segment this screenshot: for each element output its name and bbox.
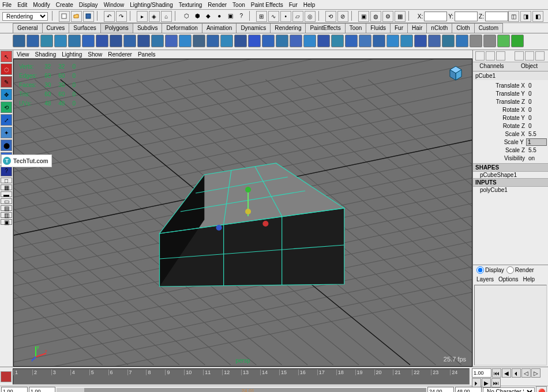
menu-create[interactable]: Create <box>56 2 73 8</box>
mask-icon[interactable]: ▣ <box>226 11 235 21</box>
menu-painteffects[interactable]: Paint Effects <box>251 2 283 8</box>
layout-two-h[interactable]: ▬ <box>1 191 12 197</box>
menu-lighting[interactable]: Lighting/Shading <box>130 2 173 8</box>
range-thumb[interactable] <box>57 388 84 392</box>
attr-row[interactable]: Translate X0 <box>474 81 547 89</box>
shelf-button-8[interactable] <box>123 35 136 47</box>
main-menu[interactable]: File Edit Modify Create Display Window L… <box>0 0 548 10</box>
channel-icon[interactable] <box>515 51 524 61</box>
save-icon[interactable] <box>83 11 94 22</box>
display-radio[interactable]: Display <box>476 266 504 274</box>
shelf-button-26[interactable] <box>373 35 385 47</box>
attr-row[interactable]: Visibilityon <box>474 154 547 162</box>
panel-view[interactable]: View <box>17 51 29 58</box>
shelf-button-7[interactable] <box>110 35 122 47</box>
shelf-button-16[interactable] <box>234 35 247 47</box>
shelf-button-0[interactable] <box>13 35 25 47</box>
attr-value[interactable]: on <box>527 155 547 161</box>
coord-x-input[interactable] <box>424 12 447 21</box>
shelf-button-4[interactable] <box>68 35 81 47</box>
tab-toon[interactable]: Toon <box>345 23 367 33</box>
range-end-inner[interactable] <box>427 387 454 392</box>
attr-value[interactable]: 1 <box>526 138 547 146</box>
channel-icon[interactable] <box>535 51 545 61</box>
time-start-inner[interactable] <box>472 368 491 378</box>
mask-icon[interactable]: ⬡ <box>182 11 192 21</box>
attr-value[interactable]: 0 <box>527 99 547 105</box>
shelf-button-32[interactable] <box>456 35 468 47</box>
shelf-button-2[interactable] <box>40 35 53 47</box>
layout-icon[interactable]: ◧ <box>532 11 543 22</box>
play-fwd-icon[interactable]: ▷ <box>531 368 541 378</box>
snap-plane-icon[interactable]: ▱ <box>292 11 303 22</box>
shelf-button-10[interactable] <box>151 35 164 47</box>
shelf-button-33[interactable] <box>470 35 482 47</box>
layers-help[interactable]: Help <box>523 276 535 282</box>
shelf-tabs[interactable]: General Curves Surfaces Polygons Subdivs… <box>0 23 548 33</box>
play-end-icon[interactable]: ⏭ <box>491 378 501 387</box>
layout-icon[interactable]: ◫ <box>508 11 519 22</box>
range-track[interactable]: 24.01 <box>57 388 426 392</box>
attr-value[interactable]: 0 <box>527 82 547 89</box>
channel-icon[interactable] <box>486 51 495 61</box>
sel-component-icon[interactable]: ◈ <box>149 11 160 22</box>
channels-tab[interactable]: Channels <box>473 62 511 71</box>
history-off-icon[interactable]: ⊘ <box>337 11 348 22</box>
scale-tool[interactable]: ⤢ <box>1 114 12 126</box>
play-back-icon[interactable]: ◁ <box>521 368 531 378</box>
attr-row[interactable]: Translate Z0 <box>474 97 547 105</box>
menu-help[interactable]: Help <box>303 2 316 8</box>
render-radio[interactable]: Render <box>506 266 534 274</box>
module-select[interactable]: Rendering <box>2 12 48 21</box>
channel-icon[interactable] <box>525 51 534 61</box>
menu-texturing[interactable]: Texturing <box>179 2 202 8</box>
universal-manip-tool[interactable]: ✦ <box>1 127 12 138</box>
history-on-icon[interactable]: ⟲ <box>325 11 336 22</box>
layout-single[interactable]: □ <box>1 178 12 183</box>
undo-icon[interactable]: ↶ <box>104 11 115 22</box>
tab-custom[interactable]: Custom <box>474 23 503 33</box>
shelf-button-5[interactable] <box>82 35 95 47</box>
shelf-button-25[interactable] <box>359 35 371 47</box>
layout-icon[interactable]: ◨ <box>520 11 531 22</box>
step-fwd-icon[interactable]: ▶ <box>482 378 491 387</box>
mask-icon[interactable]: ⬢ <box>193 11 202 21</box>
channel-icon[interactable] <box>475 51 485 61</box>
range-start-outer[interactable] <box>1 387 28 392</box>
menu-modify[interactable]: Modify <box>33 2 50 8</box>
menu-window[interactable]: Window <box>104 2 125 8</box>
layout-hyper[interactable]: ▥ <box>1 212 12 218</box>
shelf-button-11[interactable] <box>165 35 178 47</box>
tab-hair[interactable]: Hair <box>407 23 427 33</box>
coord-y-input[interactable] <box>455 12 478 21</box>
move-tool[interactable]: ✥ <box>1 89 12 100</box>
tab-painteffects[interactable]: PaintEffects <box>305 23 345 33</box>
select-tool[interactable]: ↖ <box>1 51 12 62</box>
attr-row[interactable]: Rotate Z0 <box>474 122 547 130</box>
snap-live-icon[interactable]: ◎ <box>305 11 316 22</box>
charset-select[interactable]: No Character Set <box>483 387 535 393</box>
layout-four[interactable]: ▦ <box>1 184 12 190</box>
redo-icon[interactable]: ↷ <box>116 11 127 22</box>
tab-fluids[interactable]: Fluids <box>366 23 391 33</box>
soft-mod-tool[interactable]: ⬤ <box>1 140 12 151</box>
node-name[interactable]: pCube1 <box>473 71 548 80</box>
tab-subdivs[interactable]: Subdivs <box>133 23 163 33</box>
menu-fur[interactable]: Fur <box>289 2 298 8</box>
tab-fur[interactable]: Fur <box>390 23 408 33</box>
attr-row[interactable]: Translate Y0 <box>474 89 547 97</box>
snap-grid-icon[interactable]: ⊞ <box>256 11 267 22</box>
attr-value[interactable]: 0 <box>527 123 547 129</box>
play-start-icon[interactable]: ⏮ <box>492 368 501 378</box>
tab-deformation[interactable]: Deformation <box>162 23 202 33</box>
attr-row[interactable]: Scale Y1 <box>474 138 547 146</box>
sel-hierarchy-icon[interactable]: ⌂ <box>161 11 172 22</box>
menu-edit[interactable]: Edit <box>17 2 27 8</box>
attr-value[interactable]: 0 <box>527 107 547 113</box>
layout-script[interactable]: ▭ <box>1 198 12 204</box>
view-cube-icon[interactable] <box>448 65 464 81</box>
paint-select-tool[interactable]: ✎ <box>1 76 12 88</box>
autokey-icon[interactable] <box>1 371 12 382</box>
shelf-button-29[interactable] <box>414 35 427 47</box>
autokey-toggle-icon[interactable]: 🔴 <box>536 386 547 393</box>
